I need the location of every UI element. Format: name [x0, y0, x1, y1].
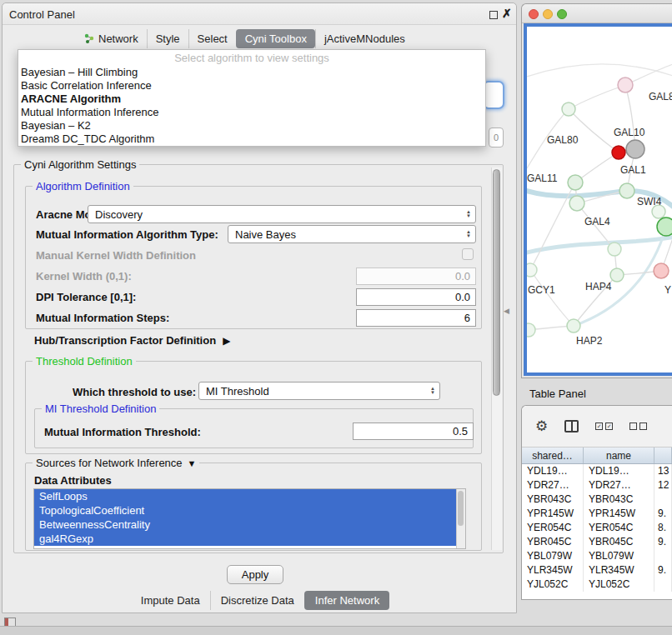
- table-row[interactable]: YPR145WYPR145W9.: [522, 507, 672, 521]
- table-row[interactable]: YBR045CYBR045C9.: [522, 535, 672, 549]
- network-canvas-svg: GAL8GAL80GAL10GAL11GAL1SWI4GAL4GCY1HAP4Y…: [527, 27, 672, 376]
- expand-arrow-icon[interactable]: ▶: [223, 335, 230, 347]
- tab-label: Network: [98, 32, 138, 45]
- table-row[interactable]: YER054CYER054C8.: [522, 521, 672, 535]
- table-cell: YBR043C: [584, 492, 654, 507]
- tab-infer-network[interactable]: Infer Network: [304, 591, 389, 610]
- network-canvas[interactable]: GAL8GAL80GAL10GAL11GAL1SWI4GAL4GCY1HAP4Y…: [524, 23, 672, 376]
- mac-zoom-button[interactable]: [557, 9, 567, 19]
- tab-network[interactable]: Network: [76, 29, 147, 48]
- network-node[interactable]: [567, 319, 580, 332]
- aracne-mode-select[interactable]: Discovery ▲▼: [88, 205, 476, 223]
- mi-steps-label: Mutual Information Steps:: [36, 312, 169, 324]
- tab-discretize-data[interactable]: Discretize Data: [210, 591, 304, 610]
- select-all-checkboxes-icon[interactable]: ✓✓: [595, 422, 613, 430]
- data-attributes-list[interactable]: SelfLoops TopologicalCoefficient Between…: [33, 488, 466, 549]
- table-cell: YDR27…: [584, 478, 654, 492]
- algorithm-option[interactable]: Dream8 DC_TDC Algorithm: [18, 132, 485, 146]
- table-cell: YLR345W: [584, 563, 654, 578]
- network-tab-icon: [84, 33, 94, 43]
- list-item-selected[interactable]: gal4RGexp: [34, 532, 456, 546]
- tab-cyni-toolbox[interactable]: Cyni Toolbox: [236, 29, 315, 48]
- mi-steps-field[interactable]: 6: [356, 309, 476, 327]
- algorithm-option-selected[interactable]: ARACNE Algorithm: [18, 92, 485, 106]
- column-header[interactable]: [654, 448, 672, 463]
- aracne-mode-value: Discovery: [95, 208, 143, 221]
- network-node[interactable]: [654, 263, 669, 278]
- algorithm-option[interactable]: Basic Correlation Inference: [18, 79, 485, 92]
- which-threshold-select[interactable]: MI Threshold ▲▼: [198, 382, 440, 400]
- table-row[interactable]: YDL19…YDL19…13: [522, 464, 672, 478]
- settings-scrollbar[interactable]: [491, 168, 502, 550]
- settings-scrollbar-thumb[interactable]: [493, 169, 500, 396]
- network-node[interactable]: [618, 78, 633, 92]
- mac-close-button[interactable]: [529, 9, 539, 19]
- apply-button[interactable]: Apply: [227, 565, 283, 584]
- mac-minimize-button[interactable]: [543, 9, 553, 19]
- network-node[interactable]: [562, 102, 575, 116]
- sources-group-title[interactable]: Sources for Network Inference ▼: [33, 457, 199, 469]
- network-node[interactable]: [527, 263, 537, 277]
- close-window-icon[interactable]: ✗: [502, 7, 512, 20]
- network-node[interactable]: [608, 242, 621, 256]
- network-node[interactable]: [657, 218, 672, 236]
- table-panel-window: ⚙ ✓✓ shared… name YDL19…YDL19…13YDR27…YD…: [521, 405, 672, 600]
- table-cell: YDL19…: [522, 464, 584, 478]
- algorithm-dropdown-list: Select algorithm to view settings Bayesi…: [18, 49, 486, 147]
- manual-kernel-width-checkbox[interactable]: [462, 248, 474, 260]
- network-node[interactable]: [569, 196, 584, 211]
- combo-arrows-icon: ▲▼: [461, 230, 471, 238]
- network-edge: [569, 109, 619, 152]
- combo-arrows-icon: ▲▼: [425, 387, 435, 395]
- splitter-collapse-icon[interactable]: ◀: [504, 307, 509, 315]
- list-scrollbar-thumb[interactable]: [458, 491, 464, 526]
- collapse-arrow-icon[interactable]: ▼: [188, 458, 197, 468]
- network-node[interactable]: [610, 268, 624, 282]
- column-header[interactable]: name: [584, 448, 654, 463]
- list-item-selected[interactable]: BetweennessCentrality: [34, 518, 456, 532]
- tab-impute-data[interactable]: Impute Data: [131, 591, 210, 610]
- network-node[interactable]: [568, 175, 583, 190]
- kernel-width-field[interactable]: 0.0: [356, 268, 476, 285]
- table-row[interactable]: YLR345WYLR345W9.: [522, 563, 672, 578]
- tab-style[interactable]: Style: [147, 29, 188, 48]
- columns-icon[interactable]: [564, 420, 579, 432]
- table-row[interactable]: YBL079WYBL079W: [522, 549, 672, 563]
- table-cell: 13: [654, 464, 672, 478]
- table-row[interactable]: YDR27…YDR27…12: [522, 478, 672, 492]
- algorithm-option[interactable]: Mutual Information Inference: [18, 106, 485, 119]
- tab-select[interactable]: Select: [188, 29, 236, 48]
- column-header[interactable]: shared…: [522, 448, 584, 463]
- network-node-label: GAL1: [620, 164, 646, 176]
- float-window-icon[interactable]: [489, 11, 498, 19]
- table-cell: YJL052C: [522, 578, 584, 592]
- gear-icon[interactable]: ⚙: [535, 418, 548, 435]
- algorithm-option[interactable]: Bayesian – Hill Climbing: [18, 66, 485, 79]
- network-node[interactable]: [619, 183, 634, 198]
- list-scrollbar[interactable]: [456, 489, 465, 548]
- bottom-tabbar: Impute Data Discretize Data Infer Networ…: [3, 591, 518, 610]
- table-row[interactable]: YBR043CYBR043C: [522, 492, 672, 507]
- table-cell: YER054C: [522, 521, 584, 535]
- list-item-selected[interactable]: SelfLoops: [34, 489, 456, 503]
- window-bottom-edge: [0, 626, 672, 635]
- spinner-partial: 0: [489, 128, 504, 148]
- network-window-titlebar: [522, 4, 672, 23]
- mi-threshold-field[interactable]: 0.5: [353, 422, 474, 440]
- deselect-all-checkboxes-icon[interactable]: [629, 422, 647, 430]
- hub-transcription-factor-section[interactable]: Hub/Transcription Factor Definition ▶: [34, 334, 230, 347]
- mi-algorithm-type-select[interactable]: Naive Bayes ▲▼: [228, 225, 476, 243]
- network-node[interactable]: [626, 140, 644, 158]
- algorithm-dropdown-prompt: Select algorithm to view settings: [18, 50, 485, 66]
- control-panel-window: Control Panel ✗ Network Style Select Cyn…: [2, 2, 517, 613]
- algorithm-option[interactable]: Bayesian – K2: [18, 119, 485, 132]
- network-node[interactable]: [527, 323, 535, 337]
- dpi-tolerance-field[interactable]: 0.0: [356, 288, 476, 306]
- network-node-label: GCY1: [528, 284, 555, 296]
- network-node[interactable]: [612, 146, 625, 159]
- table-row[interactable]: YJL052CYJL052C: [522, 578, 672, 592]
- kernel-width-label: Kernel Width (0,1):: [36, 270, 132, 282]
- list-item-selected[interactable]: TopologicalCoefficient: [34, 503, 456, 518]
- network-node-label: GAL11: [527, 172, 558, 184]
- tab-jactivemnodules[interactable]: jActiveMNodules: [315, 29, 414, 48]
